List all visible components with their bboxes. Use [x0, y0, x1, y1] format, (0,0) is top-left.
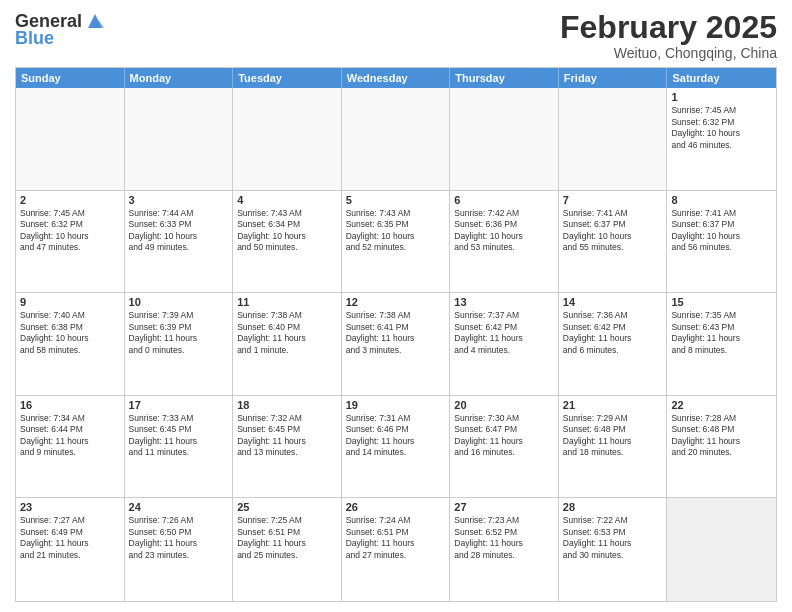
calendar-cell: 8Sunrise: 7:41 AM Sunset: 6:37 PM Daylig… [667, 191, 776, 293]
calendar-cell: 4Sunrise: 7:43 AM Sunset: 6:34 PM Daylig… [233, 191, 342, 293]
day-info: Sunrise: 7:32 AM Sunset: 6:45 PM Dayligh… [237, 413, 337, 459]
day-info: Sunrise: 7:41 AM Sunset: 6:37 PM Dayligh… [563, 208, 663, 254]
calendar-body: 1Sunrise: 7:45 AM Sunset: 6:32 PM Daylig… [16, 88, 776, 601]
day-number: 27 [454, 501, 554, 513]
calendar-cell: 25Sunrise: 7:25 AM Sunset: 6:51 PM Dayli… [233, 498, 342, 601]
calendar-cell [559, 88, 668, 190]
day-number: 8 [671, 194, 772, 206]
day-number: 25 [237, 501, 337, 513]
day-number: 24 [129, 501, 229, 513]
calendar: SundayMondayTuesdayWednesdayThursdayFrid… [15, 67, 777, 602]
calendar-cell: 10Sunrise: 7:39 AM Sunset: 6:39 PM Dayli… [125, 293, 234, 395]
calendar-cell: 11Sunrise: 7:38 AM Sunset: 6:40 PM Dayli… [233, 293, 342, 395]
calendar-cell: 15Sunrise: 7:35 AM Sunset: 6:43 PM Dayli… [667, 293, 776, 395]
calendar-header-day: Wednesday [342, 68, 451, 88]
header: General Blue February 2025 Weituo, Chong… [15, 10, 777, 61]
main-title: February 2025 [560, 10, 777, 45]
day-info: Sunrise: 7:31 AM Sunset: 6:46 PM Dayligh… [346, 413, 446, 459]
calendar-cell: 19Sunrise: 7:31 AM Sunset: 6:46 PM Dayli… [342, 396, 451, 498]
day-info: Sunrise: 7:45 AM Sunset: 6:32 PM Dayligh… [671, 105, 772, 151]
calendar-cell: 27Sunrise: 7:23 AM Sunset: 6:52 PM Dayli… [450, 498, 559, 601]
subtitle: Weituo, Chongqing, China [560, 45, 777, 61]
day-info: Sunrise: 7:43 AM Sunset: 6:34 PM Dayligh… [237, 208, 337, 254]
day-info: Sunrise: 7:35 AM Sunset: 6:43 PM Dayligh… [671, 310, 772, 356]
calendar-cell: 28Sunrise: 7:22 AM Sunset: 6:53 PM Dayli… [559, 498, 668, 601]
calendar-row: 23Sunrise: 7:27 AM Sunset: 6:49 PM Dayli… [16, 498, 776, 601]
calendar-cell: 2Sunrise: 7:45 AM Sunset: 6:32 PM Daylig… [16, 191, 125, 293]
calendar-header-day: Thursday [450, 68, 559, 88]
calendar-cell: 16Sunrise: 7:34 AM Sunset: 6:44 PM Dayli… [16, 396, 125, 498]
calendar-cell: 9Sunrise: 7:40 AM Sunset: 6:38 PM Daylig… [16, 293, 125, 395]
day-number: 11 [237, 296, 337, 308]
calendar-cell: 20Sunrise: 7:30 AM Sunset: 6:47 PM Dayli… [450, 396, 559, 498]
calendar-cell [16, 88, 125, 190]
calendar-cell: 5Sunrise: 7:43 AM Sunset: 6:35 PM Daylig… [342, 191, 451, 293]
title-block: February 2025 Weituo, Chongqing, China [560, 10, 777, 61]
day-number: 16 [20, 399, 120, 411]
logo-icon [84, 10, 106, 32]
day-info: Sunrise: 7:27 AM Sunset: 6:49 PM Dayligh… [20, 515, 120, 561]
calendar-cell [450, 88, 559, 190]
day-number: 19 [346, 399, 446, 411]
calendar-cell: 23Sunrise: 7:27 AM Sunset: 6:49 PM Dayli… [16, 498, 125, 601]
day-info: Sunrise: 7:45 AM Sunset: 6:32 PM Dayligh… [20, 208, 120, 254]
day-number: 17 [129, 399, 229, 411]
day-info: Sunrise: 7:34 AM Sunset: 6:44 PM Dayligh… [20, 413, 120, 459]
day-info: Sunrise: 7:22 AM Sunset: 6:53 PM Dayligh… [563, 515, 663, 561]
day-info: Sunrise: 7:33 AM Sunset: 6:45 PM Dayligh… [129, 413, 229, 459]
day-info: Sunrise: 7:25 AM Sunset: 6:51 PM Dayligh… [237, 515, 337, 561]
day-number: 12 [346, 296, 446, 308]
calendar-cell [125, 88, 234, 190]
day-info: Sunrise: 7:40 AM Sunset: 6:38 PM Dayligh… [20, 310, 120, 356]
day-info: Sunrise: 7:38 AM Sunset: 6:40 PM Dayligh… [237, 310, 337, 356]
calendar-header-day: Monday [125, 68, 234, 88]
day-info: Sunrise: 7:42 AM Sunset: 6:36 PM Dayligh… [454, 208, 554, 254]
calendar-cell: 21Sunrise: 7:29 AM Sunset: 6:48 PM Dayli… [559, 396, 668, 498]
calendar-cell: 14Sunrise: 7:36 AM Sunset: 6:42 PM Dayli… [559, 293, 668, 395]
logo: General Blue [15, 10, 106, 49]
day-info: Sunrise: 7:38 AM Sunset: 6:41 PM Dayligh… [346, 310, 446, 356]
day-number: 9 [20, 296, 120, 308]
day-info: Sunrise: 7:41 AM Sunset: 6:37 PM Dayligh… [671, 208, 772, 254]
calendar-cell: 18Sunrise: 7:32 AM Sunset: 6:45 PM Dayli… [233, 396, 342, 498]
day-number: 23 [20, 501, 120, 513]
day-info: Sunrise: 7:39 AM Sunset: 6:39 PM Dayligh… [129, 310, 229, 356]
calendar-header: SundayMondayTuesdayWednesdayThursdayFrid… [16, 68, 776, 88]
day-info: Sunrise: 7:37 AM Sunset: 6:42 PM Dayligh… [454, 310, 554, 356]
day-number: 20 [454, 399, 554, 411]
day-info: Sunrise: 7:28 AM Sunset: 6:48 PM Dayligh… [671, 413, 772, 459]
calendar-cell [233, 88, 342, 190]
calendar-header-day: Friday [559, 68, 668, 88]
calendar-row: 16Sunrise: 7:34 AM Sunset: 6:44 PM Dayli… [16, 396, 776, 499]
day-info: Sunrise: 7:30 AM Sunset: 6:47 PM Dayligh… [454, 413, 554, 459]
day-info: Sunrise: 7:43 AM Sunset: 6:35 PM Dayligh… [346, 208, 446, 254]
day-number: 10 [129, 296, 229, 308]
day-number: 1 [671, 91, 772, 103]
day-number: 28 [563, 501, 663, 513]
day-number: 21 [563, 399, 663, 411]
page: General Blue February 2025 Weituo, Chong… [0, 0, 792, 612]
calendar-cell: 7Sunrise: 7:41 AM Sunset: 6:37 PM Daylig… [559, 191, 668, 293]
day-info: Sunrise: 7:29 AM Sunset: 6:48 PM Dayligh… [563, 413, 663, 459]
calendar-row: 9Sunrise: 7:40 AM Sunset: 6:38 PM Daylig… [16, 293, 776, 396]
day-number: 22 [671, 399, 772, 411]
calendar-header-day: Tuesday [233, 68, 342, 88]
day-info: Sunrise: 7:44 AM Sunset: 6:33 PM Dayligh… [129, 208, 229, 254]
calendar-cell: 3Sunrise: 7:44 AM Sunset: 6:33 PM Daylig… [125, 191, 234, 293]
calendar-cell: 1Sunrise: 7:45 AM Sunset: 6:32 PM Daylig… [667, 88, 776, 190]
calendar-cell: 22Sunrise: 7:28 AM Sunset: 6:48 PM Dayli… [667, 396, 776, 498]
day-number: 2 [20, 194, 120, 206]
calendar-header-day: Sunday [16, 68, 125, 88]
day-number: 7 [563, 194, 663, 206]
day-number: 5 [346, 194, 446, 206]
day-number: 14 [563, 296, 663, 308]
calendar-cell: 6Sunrise: 7:42 AM Sunset: 6:36 PM Daylig… [450, 191, 559, 293]
day-number: 6 [454, 194, 554, 206]
calendar-cell: 17Sunrise: 7:33 AM Sunset: 6:45 PM Dayli… [125, 396, 234, 498]
calendar-cell: 26Sunrise: 7:24 AM Sunset: 6:51 PM Dayli… [342, 498, 451, 601]
day-number: 13 [454, 296, 554, 308]
calendar-cell: 12Sunrise: 7:38 AM Sunset: 6:41 PM Dayli… [342, 293, 451, 395]
day-number: 3 [129, 194, 229, 206]
day-info: Sunrise: 7:26 AM Sunset: 6:50 PM Dayligh… [129, 515, 229, 561]
calendar-cell [667, 498, 776, 601]
